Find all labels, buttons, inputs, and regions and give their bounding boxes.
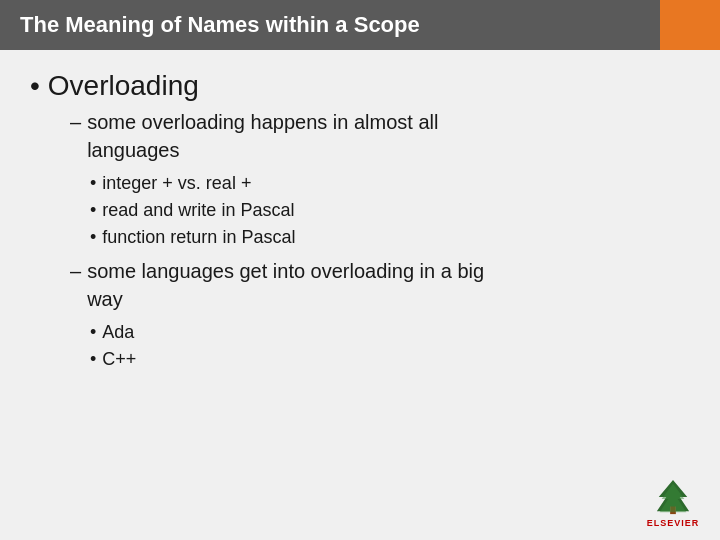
list-item-2: • read and write in Pascal	[90, 197, 690, 224]
bullet-dot-3: •	[90, 224, 96, 251]
bullet-dot-2: •	[90, 197, 96, 224]
main-bullet-label: Overloading	[48, 70, 199, 102]
sub-item-1-dash-row: – some overloading happens in almost all…	[70, 108, 690, 164]
sub-sub-list-2: • Ada • C++	[90, 319, 690, 373]
list-item-4: • Ada	[90, 319, 690, 346]
slide: The Meaning of Names within a Scope • Ov…	[0, 0, 720, 540]
svg-marker-2	[660, 484, 687, 513]
list-item-1-text: integer + vs. real +	[102, 170, 251, 197]
dash-2: –	[70, 257, 81, 285]
elsevier-label: ELSEVIER	[647, 518, 700, 528]
main-bullet-overloading: • Overloading	[30, 70, 690, 102]
elsevier-logo: ELSEVIER	[638, 473, 708, 528]
sub-item-1: – some overloading happens in almost all…	[70, 108, 690, 164]
bullet-dot-1: •	[90, 170, 96, 197]
list-item-1: • integer + vs. real +	[90, 170, 690, 197]
sub-item-2: – some languages get into overloading in…	[70, 257, 690, 313]
list-item-4-text: Ada	[102, 319, 134, 346]
bullet-dot-5: •	[90, 346, 96, 373]
sub-item-1-text: some overloading happens in almost allla…	[87, 108, 438, 164]
title-bar: The Meaning of Names within a Scope	[0, 0, 720, 50]
list-item-3-text: function return in Pascal	[102, 224, 295, 251]
slide-title: The Meaning of Names within a Scope	[20, 12, 420, 38]
list-item-2-text: read and write in Pascal	[102, 197, 294, 224]
sub-sub-list-1: • integer + vs. real + • read and write …	[90, 170, 690, 251]
list-item-5-text: C++	[102, 346, 136, 373]
elsevier-tree-icon	[648, 478, 698, 516]
sub-item-2-dash-row: – some languages get into overloading in…	[70, 257, 690, 313]
list-item-5: • C++	[90, 346, 690, 373]
sub-item-2-text: some languages get into overloading in a…	[87, 257, 484, 313]
main-bullet-dot: •	[30, 70, 40, 102]
list-item-3: • function return in Pascal	[90, 224, 690, 251]
dash-1: –	[70, 108, 81, 136]
orange-accent-decoration	[660, 0, 720, 50]
slide-content: • Overloading – some overloading happens…	[0, 50, 720, 540]
bullet-dot-4: •	[90, 319, 96, 346]
